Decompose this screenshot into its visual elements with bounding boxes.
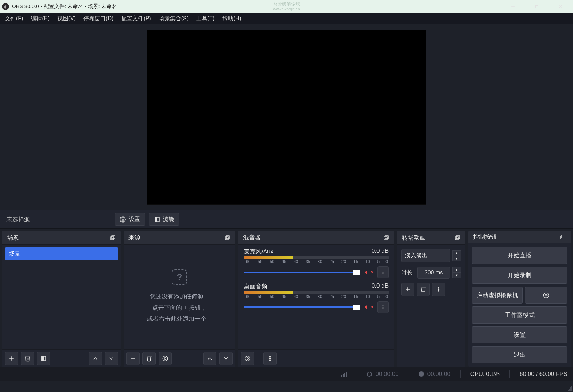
scene-filter-button[interactable] (37, 352, 50, 365)
virtual-cam-settings-button[interactable] (525, 287, 567, 304)
preview-canvas[interactable] (147, 30, 426, 205)
stream-time-indicator: 00:00:00 (367, 371, 398, 378)
network-indicator (341, 371, 347, 377)
mixer-menu-button[interactable] (263, 352, 277, 365)
menu-view[interactable]: 视图(V) (57, 15, 76, 22)
svg-rect-7 (111, 237, 114, 240)
sources-list-empty-area[interactable]: ? 您还没有添加任何源。 点击下面的 + 按钮， 或者右击此处添加一个。 (124, 245, 235, 349)
remove-scene-button[interactable] (21, 352, 34, 365)
settings-button[interactable]: 设置 (472, 326, 567, 343)
source-filters-label: 滤镜 (163, 216, 174, 223)
transition-duration-input[interactable]: 300 ms (417, 267, 450, 279)
move-source-up-button[interactable] (203, 352, 216, 365)
svg-point-40 (438, 290, 439, 291)
popout-icon[interactable] (224, 235, 230, 241)
exit-button[interactable]: 退出 (472, 346, 567, 363)
source-properties-button[interactable]: 设置 (115, 213, 145, 226)
transitions-dock-title: 转场动画 (402, 234, 454, 242)
menu-edit[interactable]: 编辑(E) (31, 15, 49, 22)
transition-add-button-alt[interactable] (401, 283, 414, 296)
mixer-channel-db: 0.0 dB (372, 282, 389, 290)
svg-rect-42 (562, 235, 565, 238)
studio-mode-button[interactable]: 工作室模式 (472, 306, 567, 324)
duration-up-button[interactable]: ▲ (452, 267, 461, 273)
svg-point-4 (122, 219, 124, 220)
mixer-volume-slider[interactable] (244, 272, 360, 273)
svg-point-24 (383, 272, 384, 273)
scene-list-item[interactable]: 场景 (5, 247, 118, 260)
mixer-channel-name: 桌面音频 (244, 282, 267, 290)
svg-rect-34 (455, 237, 458, 240)
mixer-mute-button[interactable]: × (364, 269, 373, 275)
menu-dock[interactable]: 停靠窗口(D) (83, 15, 113, 22)
svg-point-23 (383, 271, 384, 272)
sources-dock-title: 来源 (128, 234, 224, 242)
svg-point-39 (438, 289, 439, 290)
svg-rect-21 (384, 237, 387, 240)
mixer-mute-button[interactable]: × (364, 304, 373, 310)
source-settings-button[interactable] (159, 352, 172, 365)
window-close-button[interactable] (553, 2, 567, 12)
mixer-channel-menu-button[interactable] (377, 301, 389, 313)
duration-label: 时长 (401, 269, 415, 276)
svg-rect-22 (385, 236, 388, 239)
popout-icon[interactable] (560, 234, 566, 240)
cpu-usage-indicator: CPU: 0.1% (470, 371, 500, 378)
add-source-button[interactable] (126, 352, 140, 365)
start-recording-button[interactable]: 开始录制 (472, 267, 567, 284)
move-scene-down-button[interactable] (105, 352, 118, 365)
move-scene-up-button[interactable] (89, 352, 102, 365)
remove-source-button[interactable] (142, 352, 156, 365)
svg-point-31 (270, 356, 271, 357)
mixer-meter (244, 291, 389, 294)
mixer-dock-title: 混音器 (243, 234, 383, 242)
menu-file[interactable]: 文件(F) (5, 15, 23, 22)
menu-profile[interactable]: 配置文件(P) (121, 15, 151, 22)
move-source-down-button[interactable] (219, 352, 233, 365)
sources-dock: 来源 ? 您还没有添加任何源。 点击下面的 + 按钮， 或者右击此处添加一个。 (124, 231, 235, 367)
no-source-selected-label: 未选择源 (6, 215, 111, 223)
record-dot-icon (419, 371, 424, 377)
popout-icon[interactable] (383, 235, 389, 241)
transition-add-button[interactable]: ▲ (452, 250, 461, 256)
sources-empty-line3: 或者右击此处添加一个。 (147, 313, 212, 325)
svg-point-32 (270, 358, 271, 359)
transitions-dock: 转场动画 淡入淡出 ▲ ▼ 时长 300 ms ▲ ▼ (397, 231, 465, 367)
svg-rect-35 (456, 236, 460, 239)
menubar: 文件(F) 编辑(E) 视图(V) 停靠窗口(D) 配置文件(P) 场景集合(S… (0, 13, 573, 24)
mixer-dock: 混音器 麦克风/Aux 0.0 dB -60-55-50-45-40-35-30… (238, 231, 394, 367)
svg-point-26 (383, 305, 384, 306)
add-scene-button[interactable] (5, 352, 18, 365)
transition-remove-button[interactable]: ▼ (452, 256, 461, 261)
mixer-advanced-button[interactable] (241, 352, 254, 365)
obs-logo-icon: ◎ (2, 3, 9, 10)
menu-help[interactable]: 帮助(H) (222, 15, 241, 22)
source-filters-button[interactable]: 滤镜 (149, 213, 179, 226)
source-toolbar: 未选择源 设置 滤镜 (0, 210, 573, 229)
menu-tools[interactable]: 工具(T) (196, 15, 214, 22)
window-title: OBS 30.0.0 - 配置文件: 未命名 - 场景: 未命名 (12, 3, 506, 10)
mixer-volume-slider[interactable] (244, 306, 360, 308)
menu-scene-collection[interactable]: 场景集合(S) (159, 15, 189, 22)
sources-empty-line1: 您还没有添加任何源。 (150, 291, 209, 302)
duration-down-button[interactable]: ▼ (452, 273, 461, 278)
transition-properties-button[interactable] (432, 283, 445, 296)
svg-point-27 (383, 307, 384, 308)
transition-remove-button-alt[interactable] (417, 283, 430, 296)
svg-point-43 (545, 294, 547, 296)
mixer-channel-menu-button[interactable] (377, 266, 389, 278)
svg-rect-15 (225, 237, 228, 240)
popout-icon[interactable] (454, 235, 461, 241)
preview-area[interactable] (0, 24, 573, 210)
svg-point-30 (245, 356, 250, 361)
svg-point-19 (164, 357, 166, 359)
start-streaming-button[interactable]: 开始直播 (472, 247, 567, 264)
window-minimize-button[interactable] (506, 2, 520, 12)
window-maximize-button[interactable] (530, 2, 544, 12)
start-virtual-cam-button[interactable]: 启动虚拟摄像机 (472, 287, 523, 304)
popout-icon[interactable] (110, 235, 116, 241)
resize-grip-icon[interactable] (567, 386, 572, 391)
svg-rect-6 (155, 217, 157, 222)
controls-dock-title: 控制按钮 (473, 233, 560, 241)
transition-select[interactable]: 淡入淡出 (401, 249, 450, 262)
